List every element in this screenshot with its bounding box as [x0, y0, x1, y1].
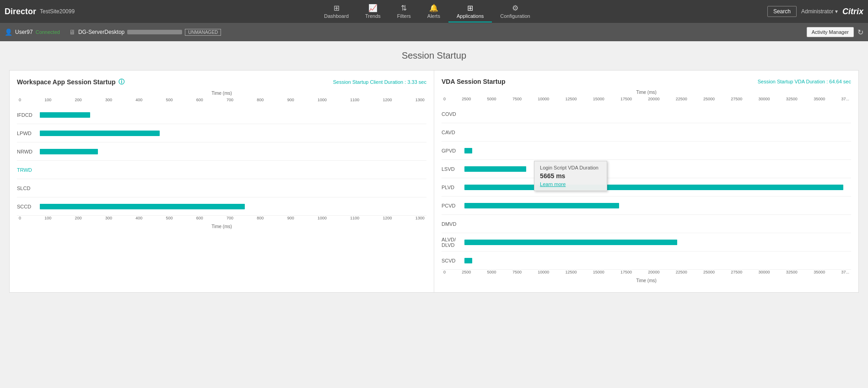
bar-container — [40, 203, 426, 210]
right-panel-title: VDA Session Startup — [442, 78, 506, 85]
refresh-icon[interactable]: ↻ — [857, 28, 863, 37]
admin-menu[interactable]: Administrator ▾ — [801, 8, 838, 15]
right-panel-header: VDA Session Startup Session Startup VDA … — [442, 78, 851, 85]
bar-container — [464, 184, 851, 191]
table-row: IFDCD — [17, 106, 426, 124]
configuration-icon: ⚙ — [512, 4, 518, 12]
left-info-icon[interactable]: ⓘ — [119, 78, 124, 86]
nav-trends-label: Trends — [365, 13, 381, 19]
row-label: PCVD — [442, 203, 464, 208]
bar-container — [464, 202, 851, 209]
site-name: TestSite20099 — [40, 8, 75, 15]
table-row: SLCD — [17, 179, 426, 197]
row-label: CAVD — [442, 130, 464, 135]
trends-icon: 📈 — [368, 4, 377, 12]
nav-center: ⊞ Dashboard 📈 Trends ⇅ Filters 🔔 Alerts … — [87, 1, 767, 22]
chart-bar — [40, 149, 98, 154]
nav-configuration[interactable]: ⚙ Configuration — [492, 1, 538, 22]
user-icon: 👤 — [5, 28, 12, 36]
right-panel: VDA Session Startup Session Startup VDA … — [434, 71, 858, 292]
nav-alerts-label: Alerts — [427, 13, 440, 19]
row-label: TRWD — [17, 167, 40, 173]
row-label: GPVD — [442, 148, 464, 153]
nav-dashboard[interactable]: ⊞ Dashboard — [316, 1, 357, 22]
bar-container — [40, 166, 426, 174]
top-nav: Director TestSite20099 ⊞ Dashboard 📈 Tre… — [0, 0, 868, 23]
nav-trends[interactable]: 📈 Trends — [357, 1, 389, 22]
chart-bar — [464, 258, 472, 263]
row-label: PLVD — [442, 185, 464, 190]
right-x-ticks-top: 0250050007500100001250015000175002000022… — [442, 97, 851, 101]
left-axis-label: Time (ms) — [17, 91, 426, 96]
left-axis-label-bottom: Time (ms) — [17, 224, 426, 229]
nav-applications[interactable]: ⊞ Applications — [448, 1, 492, 22]
page-title: Session Startup — [9, 50, 859, 61]
row-label: LSVD — [442, 166, 464, 172]
row-label: DMVD — [442, 221, 464, 227]
chart-bar — [40, 112, 90, 118]
chart-bar — [464, 240, 677, 245]
nav-applications-label: Applications — [457, 13, 484, 19]
table-row: LSVDLogin Script VDA Duration5665 msLear… — [442, 160, 851, 178]
row-label: SLCD — [17, 186, 40, 191]
search-button[interactable]: Search — [767, 6, 797, 17]
chart-bar — [464, 203, 619, 208]
right-chart-rows: COVDCAVDGPVDLSVDLogin Script VDA Duratio… — [442, 105, 851, 270]
chart-bar — [464, 166, 526, 172]
bar-container — [464, 147, 851, 154]
chart-bar — [464, 185, 843, 190]
bar-container — [40, 148, 426, 155]
nav-filters[interactable]: ⇅ Filters — [389, 1, 419, 22]
row-label: SCCD — [17, 204, 40, 209]
sub-nav: 👤 User97 Connected 🖥 DG-ServerDesktop UN… — [0, 23, 868, 41]
filters-icon: ⇅ — [401, 4, 407, 12]
bar-container — [464, 110, 851, 118]
row-label: LPWD — [17, 131, 40, 136]
chart-bar — [40, 131, 160, 136]
nav-alerts[interactable]: 🔔 Alerts — [419, 1, 448, 22]
table-row: CAVD — [442, 123, 851, 142]
left-chart: Time (ms) 010020030040050060070080090010… — [17, 91, 426, 229]
table-row: GPVD — [442, 142, 851, 160]
left-duration-label: Session Startup Client Duration : 3.33 s… — [333, 79, 426, 85]
row-label: SCVD — [442, 258, 464, 263]
row-label: ALVD/ DLVD — [442, 237, 464, 248]
table-row: PLVD — [442, 178, 851, 197]
bar-container: Login Script VDA Duration5665 msLearn mo… — [464, 165, 851, 173]
user-status: Connected — [36, 29, 60, 35]
nav-configuration-label: Configuration — [500, 13, 530, 19]
main-content: Session Startup Workspace App Session St… — [0, 41, 868, 302]
right-duration-label: Session Startup VDA Duration : 64.64 sec — [758, 79, 851, 84]
table-row: DMVD — [442, 215, 851, 233]
nav-right: Search Administrator ▾ Citrix — [767, 6, 863, 17]
table-row: SCCD — [17, 197, 426, 216]
chart-bar — [40, 204, 245, 209]
row-label: COVD — [442, 111, 464, 117]
nav-filters-label: Filters — [397, 13, 411, 19]
activity-manager-button[interactable]: Activity Manager — [807, 27, 854, 37]
username: User97 — [15, 29, 33, 35]
dashboard-icon: ⊞ — [334, 4, 340, 12]
sub-nav-right: Activity Manager ↻ — [807, 27, 863, 37]
left-panel-title: Workspace App Session Startup ⓘ — [17, 78, 124, 86]
machine-name: DG-ServerDesktop — [78, 29, 124, 35]
panels-container: Workspace App Session Startup ⓘ Session … — [9, 70, 859, 293]
table-row: PCVD — [442, 197, 851, 215]
table-row: ALVD/ DLVD — [442, 233, 851, 251]
right-axis-label-bottom: Time (ms) — [442, 278, 851, 283]
left-chart-rows: IFDCDLPWDNRWDTRWDSLCDSCCD — [17, 106, 426, 216]
row-label: IFDCD — [17, 112, 40, 118]
left-x-ticks-top: 0100200300400500600700800900100011001200… — [17, 98, 426, 102]
table-row: TRWD — [17, 161, 426, 179]
left-panel: Workspace App Session Startup ⓘ Session … — [10, 71, 434, 292]
bar-container — [40, 130, 426, 137]
bar-container — [464, 129, 851, 136]
app-title: Director — [5, 7, 36, 16]
bar-container — [464, 239, 851, 246]
unmanaged-badge: UNMANAGED — [185, 29, 221, 36]
machine-bar — [127, 30, 182, 34]
citrix-logo: Citrix — [842, 7, 863, 16]
tooltip-title: Login Script VDA Duration — [540, 165, 601, 170]
left-x-ticks-bottom: 0100200300400500600700800900100011001200… — [17, 216, 426, 220]
right-x-ticks-bottom: 0250050007500100001250015000175002000022… — [442, 270, 851, 274]
